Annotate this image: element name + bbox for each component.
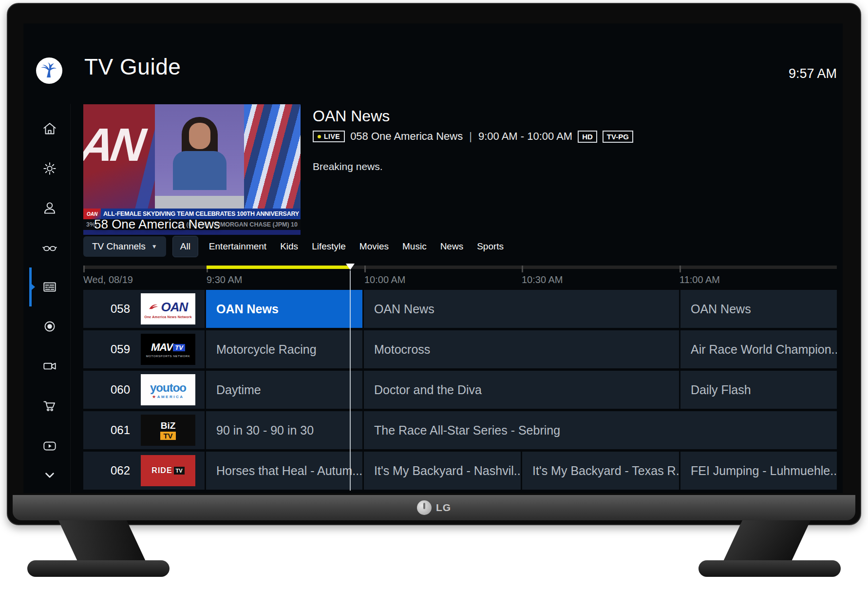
sidebar-item-more[interactable] [41,467,58,483]
time-range: 9:00 AM - 10:00 AM [478,130,572,143]
tab-lifestyle[interactable]: Lifestyle [305,236,353,257]
tv-stand-right [723,520,811,562]
live-dot-icon [318,135,321,138]
news-anchor [155,104,244,209]
channel-cell-058[interactable]: 058 OAN One America News Network [83,290,205,328]
program-cell[interactable]: It's My Backyard - Nashvil... [364,452,521,490]
sidebar-item-home[interactable] [41,121,58,137]
live-badge: LIVE [313,131,345,142]
chevron-down-icon: ▼ [151,243,157,250]
date-label: Wed, 08/19 [83,274,133,285]
program-cell[interactable]: OAN News [680,290,837,328]
epg-guide: Wed, 08/19 9:30 AM 10:00 AM 10:30 AM 11:… [83,266,837,492]
table-row-channel-060: 060 youtoo ★AMERICA Daytime Doctor and t… [83,371,837,409]
timeline-progress-bar [207,266,350,269]
tab-sports[interactable]: Sports [470,236,510,257]
cart-icon [41,397,58,414]
channel-cell-062[interactable]: 062 RIDE TV [83,452,205,490]
program-meta-row: LIVE 058 One America News | 9:00 AM - 10… [313,129,633,144]
program-cell[interactable]: Daytime [206,371,362,409]
program-cell[interactable]: Motocross [364,330,679,368]
backdrop-letters: AN [83,118,146,171]
biztv-logo: BiZ TV [141,415,195,446]
channel-number: 061 [83,423,130,437]
play-box-icon [41,438,58,454]
tab-entertainment[interactable]: Entertainment [202,236,273,257]
sun-icon [41,160,58,177]
headline-text: ALL-FEMALE SKYDIVING TEAM CELEBRATES 100… [101,210,299,217]
program-cell[interactable]: Motorcycle Racing [206,330,362,368]
app-logo-palm-tree-icon [36,57,62,84]
sidebar-item-weather[interactable] [41,160,58,177]
tab-all[interactable]: All [172,236,198,257]
sidebar-item-videos[interactable] [41,438,58,454]
current-time-line [350,270,351,491]
table-row-channel-061: 061 BiZ TV 90 in 30 - 90 in 30 The Race … [83,411,837,449]
program-cell[interactable]: Horses that Heal - Autum... [206,452,362,490]
program-cell[interactable]: OAN News [364,290,679,328]
program-description: Breaking news. [313,161,383,172]
tab-kids[interactable]: Kids [273,236,305,257]
sidebar [23,104,71,493]
sidebar-item-camera[interactable] [41,358,58,374]
channel-number: 058 [83,302,130,316]
video-caption: 58 One America News [94,217,220,232]
ridetv-logo: RIDE TV [141,455,195,486]
tv-stand-base-right [698,560,841,577]
oan-logo: OAN One America News Network [141,293,195,324]
program-cell[interactable]: Daily Flash [680,371,837,409]
channel-cell-061[interactable]: 061 BiZ TV [83,411,205,449]
clock: 9:57 AM [789,66,837,81]
channels-dropdown[interactable]: TV Channels ▼ [83,236,166,257]
program-cell[interactable]: Air Race World Champion... [680,330,837,368]
tab-movies[interactable]: Movies [353,236,396,257]
channel-number: 060 [83,383,130,397]
table-row-channel-062: 062 RIDE TV Horses that Heal - Autum... … [83,452,837,490]
program-cell[interactable]: The Race All-Star Series - Sebring [364,411,837,449]
palm-tree-icon [39,61,59,80]
channels-dropdown-label: TV Channels [92,241,146,252]
tv-bottom-bezel: LG [13,495,855,520]
studio-couch [155,196,244,209]
tv-frame: TV Guide 9:57 AM [7,3,861,525]
tab-news[interactable]: News [434,236,471,257]
oan-eagle-icon [149,303,160,311]
sidebar-item-profile[interactable] [41,200,58,216]
tv-brand: LG [436,502,451,514]
sidebar-active-indicator [29,267,32,306]
program-cell[interactable]: 90 in 30 - 90 in 30 [206,411,362,449]
timeline-track [83,266,837,269]
program-cell[interactable]: FEI Jumping - Luhmuehle... [680,452,837,490]
anchor-body [173,151,226,190]
backdrop-stripes [244,104,301,209]
program-title: OAN News [313,107,390,125]
hd-badge: HD [578,131,597,143]
time-label: 10:30 AM [522,274,563,285]
channel-cell-060[interactable]: 060 youtoo ★AMERICA [83,371,205,409]
news-studio-scene: AN [83,104,301,209]
program-cell[interactable]: Doctor and the Diva [364,371,679,409]
program-cell[interactable]: It's My Backyard - Texas R... [522,452,679,490]
channel-rows: 058 OAN One America News Network OAN New… [83,290,837,490]
channel-number: 059 [83,343,130,356]
time-label: 10:00 AM [364,274,406,285]
tab-music[interactable]: Music [396,236,434,257]
channel-info: 058 One America News [350,130,463,143]
chevron-down-icon [41,467,58,483]
tv-screen: TV Guide 9:57 AM [23,23,843,493]
lg-logo-icon [417,500,432,515]
channel-cell-059[interactable]: 059 MAVTV MOTORSPORTS NETWORK [83,330,205,368]
sidebar-item-tv-guide[interactable] [41,279,58,295]
rating-badge: TV-PG [603,131,633,143]
program-cell[interactable]: OAN News [206,290,362,328]
person-icon [41,200,58,216]
sidebar-item-shop[interactable] [41,397,58,414]
live-video-preview[interactable]: AN OAN ALL-FEMALE SKYDIVING TEAM CELEBRA… [83,104,301,235]
live-label: LIVE [324,133,340,140]
tv-stand-left [58,520,146,562]
video-camera-icon [41,358,58,374]
sidebar-item-glasses[interactable] [41,239,58,256]
sidebar-item-record[interactable] [41,318,58,335]
timeline-labels: Wed, 08/19 9:30 AM 10:00 AM 10:30 AM 11:… [83,269,837,288]
table-row-channel-059: 059 MAVTV MOTORSPORTS NETWORK Motorcycle… [83,330,837,368]
